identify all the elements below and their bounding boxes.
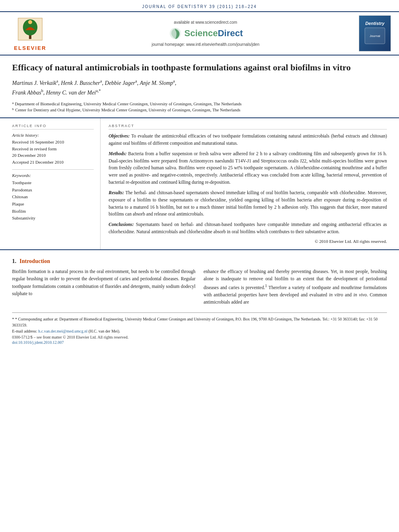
sciencedirect-logo: ScienceDirect [168, 26, 243, 41]
intro-left-text: Biofilm formation is a natural process i… [12, 268, 195, 298]
keywords-group: Keywords: Toothpaste Parodontax Chitosan… [12, 173, 94, 222]
authors: Martinus J. Verkaika, Henk J. Busschera,… [12, 78, 387, 98]
dentistry-cover: Dentistry Journal [359, 15, 391, 51]
results-text: Results: The herbal- and chitosan-based … [109, 189, 387, 218]
email-link[interactable]: h.c.van.der.mei@med.umcg.nl [38, 329, 88, 333]
keyword-parodontax: Parodontax [12, 187, 94, 194]
issn-line: 0300-5712/$ – see front matter © 2010 El… [12, 335, 387, 339]
introduction-title: Introduction [20, 258, 50, 265]
results-label: Results: [109, 190, 124, 195]
keyword-toothpaste: Toothpaste [12, 179, 94, 187]
introduction-heading: 1. Introduction [12, 258, 387, 265]
received-date: Received 16 September 2010 [12, 139, 94, 146]
journal-title-top: Journal of Dentistry 39 (2011) 218–224 [142, 4, 257, 9]
conclusions-label: Conclusions: [109, 222, 134, 227]
conclusions-body: Supernatants based on herbal- and chitos… [109, 222, 387, 234]
methods-text: Methods: Bacteria from a buffer suspensi… [109, 150, 387, 186]
main-content: 1. Introduction Biofilm formation is a n… [0, 250, 399, 352]
intro-left-col: Biofilm formation is a natural process i… [12, 268, 195, 306]
center-logos: available at www.sciencedirect.com Scien… [152, 20, 259, 47]
objectives-label: Objectives: [109, 134, 130, 138]
copyright: © 2010 Elsevier Ltd. All rights reserved… [109, 239, 387, 244]
article-info-label: Article Info [12, 124, 94, 129]
conclusions-text: Conclusions: Supernatants based on herba… [109, 221, 387, 236]
keyword-substantivity: Substantivity [12, 215, 94, 222]
article-info-column: Article Info Article history: Received 1… [12, 118, 101, 249]
logos-row: ELSEVIER available at www.sciencedirect.… [0, 12, 399, 55]
abstract-conclusions: Conclusions: Supernatants based on herba… [109, 221, 387, 236]
intro-right-col: enhance the efficacy of brushing and the… [204, 268, 387, 306]
svg-point-3 [28, 20, 32, 24]
revised-date: 20 December 2010 [12, 152, 94, 159]
elsevier-brand: ELSEVIER [14, 45, 46, 51]
methods-body: Bacteria from a buffer suspension or fre… [109, 151, 387, 185]
footnote-area: * * Corresponding author at: Department … [12, 312, 387, 348]
article-title: Efficacy of natural antimicrobials in to… [12, 62, 387, 74]
introduction-body: Biofilm formation is a natural process i… [12, 268, 387, 306]
doi-link[interactable]: doi:10.1016/j.jdent.2010.12.007 [12, 340, 64, 345]
abstract-methods: Methods: Bacteria from a buffer suspensi… [109, 150, 387, 186]
history-label: Article history: [12, 133, 94, 138]
journal-homepage: journal homepage: www.intl.elsevierhealt… [152, 42, 259, 47]
sciencedirect-text: ScienceDirect [184, 28, 243, 39]
revised-label: Received in revised form [12, 146, 94, 152]
objectives-body: To evaluate the antimicrobial efficacies… [109, 134, 387, 146]
article-history: Article history: Received 16 September 2… [12, 133, 94, 165]
available-text: available at www.sciencedirect.com [174, 20, 237, 25]
article-header: Efficacy of natural antimicrobials in to… [0, 55, 399, 118]
intro-right-text: enhance the efficacy of brushing and the… [204, 268, 387, 306]
affiliations: ᵃ Department of Biomedical Engineering, … [12, 101, 387, 114]
methods-label: Methods: [109, 151, 127, 156]
footnote-star: * * Corresponding author at: Department … [12, 316, 387, 328]
affiliation-b: ᵇ Center for Dentistry and Oral Hygiene,… [12, 107, 387, 113]
abstract-column: Abstract Objectives: To evaluate the ant… [109, 118, 387, 249]
abstract-objectives: Objectives: To evaluate the antimicrobia… [109, 133, 387, 147]
keywords-label: Keywords: [12, 173, 94, 178]
objectives-text: Objectives: To evaluate the antimicrobia… [109, 133, 387, 147]
affiliation-a: ᵃ Department of Biomedical Engineering, … [12, 101, 387, 107]
accepted-date: Accepted 21 December 2010 [12, 159, 94, 166]
results-body: The herbal- and chitosan-based supernata… [109, 190, 387, 216]
abstract-label: Abstract [109, 124, 387, 129]
keyword-chitosan: Chitosan [12, 193, 94, 201]
footnote-email: E-mail address: h.c.van.der.mei@med.umcg… [12, 328, 387, 334]
svg-text:Journal: Journal [370, 34, 380, 38]
keyword-plaque: Plaque [12, 201, 94, 208]
elsevier-logo: ELSEVIER [8, 16, 52, 51]
doi-line: doi:10.1016/j.jdent.2010.12.007 [12, 340, 387, 345]
keyword-biofilm: Biofilm [12, 208, 94, 215]
abstract-results: Results: The herbal- and chitosan-based … [109, 189, 387, 218]
section-number: 1. [12, 258, 16, 265]
article-info-abstract: Article Info Article history: Received 1… [0, 118, 399, 250]
journal-header: Journal of Dentistry 39 (2011) 218–224 [0, 0, 399, 12]
